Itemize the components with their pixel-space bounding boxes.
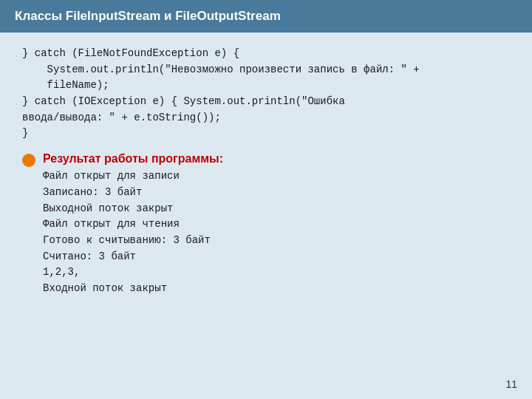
- result-line-3: Выходной поток закрыт: [43, 201, 510, 217]
- result-line-7: 1,2,3,: [43, 265, 510, 281]
- slide: Классы FileInputStream и FileOutputStrea…: [0, 0, 532, 399]
- result-output: Файл открыт для записи Записано: 3 байт …: [43, 168, 510, 297]
- code-block: } catch (FileNotFoundException e) { Syst…: [22, 46, 510, 142]
- result-title: Результат работы программы:: [43, 152, 510, 166]
- bullet-icon: [22, 154, 35, 167]
- slide-title: Классы FileInputStream и FileOutputStrea…: [15, 9, 281, 24]
- result-content: Результат работы программы: Файл открыт …: [43, 152, 510, 297]
- slide-content: } catch (FileNotFoundException e) { Syst…: [0, 33, 532, 399]
- page-number: 11: [505, 378, 517, 390]
- slide-header: Классы FileInputStream и FileOutputStrea…: [0, 0, 532, 33]
- result-section: Результат работы программы: Файл открыт …: [22, 152, 510, 297]
- result-line-1: Файл открыт для записи: [43, 168, 510, 185]
- result-line-8: Входной поток закрыт: [43, 281, 510, 297]
- result-line-4: Файл открыт для чтения: [43, 216, 510, 233]
- result-line-6: Считано: 3 байт: [43, 249, 510, 265]
- result-line-2: Записано: 3 байт: [43, 185, 510, 201]
- result-line-5: Готово к считыванию: 3 байт: [43, 233, 510, 249]
